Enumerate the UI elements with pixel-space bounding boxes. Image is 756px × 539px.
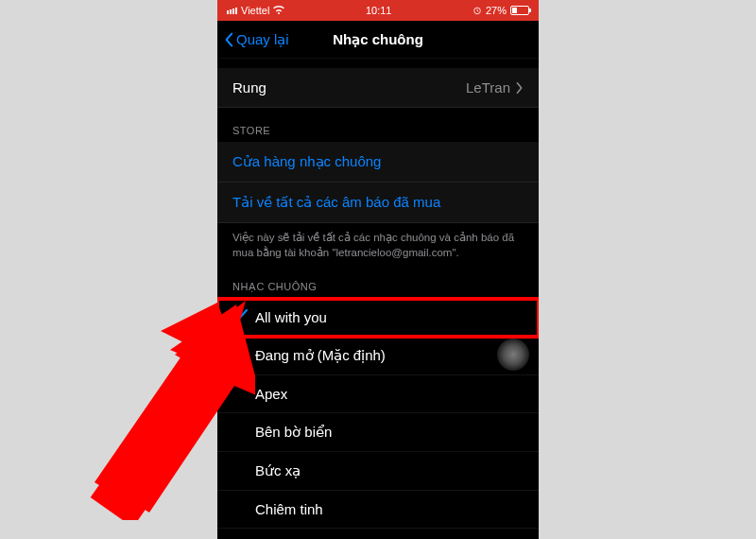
ringtone-item[interactable]: Bức xạ — [217, 452, 539, 491]
ringtone-item[interactable]: Chiếu sáng — [217, 529, 539, 539]
assistive-touch[interactable] — [497, 339, 529, 371]
ringtones-header: NHẠC CHUÔNG — [217, 264, 539, 299]
ringtone-label: Chiêm tinh — [255, 501, 524, 517]
vibration-value: LeTran — [466, 79, 510, 96]
nav-bar: Quay lại Nhạc chuông — [217, 21, 539, 59]
ringtone-label: Đang mở (Mặc định) — [255, 347, 524, 364]
ringtone-item[interactable]: Bên bờ biển — [217, 413, 539, 452]
tone-store-label: Cửa hàng nhạc chuông — [232, 153, 381, 170]
battery-pct: 27% — [486, 5, 507, 16]
ringtone-list: All with youĐang mở (Mặc định)ApexBên bờ… — [217, 299, 539, 539]
phone-screen: Viettel 10:11 27% Quay lại Nhạc chuông R… — [217, 0, 539, 539]
download-all-link[interactable]: Tải về tất cả các âm báo đã mua — [217, 183, 539, 223]
carrier-label: Viettel — [241, 5, 269, 16]
ringtone-item[interactable]: All with you — [217, 299, 539, 337]
store-footer: Việc này sẽ tải về tất cả các nhạc chuôn… — [217, 223, 539, 264]
chevron-left-icon — [223, 32, 234, 47]
battery-icon — [510, 6, 529, 15]
tone-store-link[interactable]: Cửa hàng nhạc chuông — [217, 142, 539, 183]
svg-rect-3 — [91, 451, 165, 520]
ringtone-item[interactable]: Apex — [217, 375, 539, 413]
page-title: Nhạc chuông — [333, 31, 423, 48]
ringtone-item[interactable]: Chiêm tinh — [217, 491, 539, 529]
signal-icon — [227, 8, 237, 14]
alarm-icon — [472, 6, 482, 15]
vibration-label: Rung — [232, 79, 266, 96]
ringtone-label: Bên bờ biển — [255, 424, 524, 441]
store-header: STORE — [217, 108, 539, 142]
back-label: Quay lại — [236, 31, 289, 48]
ringtone-label: Apex — [255, 386, 524, 402]
status-bar: Viettel 10:11 27% — [217, 0, 539, 21]
vibration-row[interactable]: Rung LeTran — [217, 68, 539, 108]
download-all-label: Tải về tất cả các âm báo đã mua — [232, 194, 440, 211]
ringtone-label: Bức xạ — [255, 462, 524, 479]
chevron-right-icon — [516, 82, 524, 94]
checkmark-icon — [232, 309, 255, 325]
wifi-icon — [273, 5, 284, 16]
ringtone-label: All with you — [255, 309, 524, 325]
back-button[interactable]: Quay lại — [223, 31, 289, 48]
ringtone-item[interactable]: Đang mở (Mặc định) — [217, 337, 539, 375]
status-time: 10:11 — [366, 5, 392, 16]
